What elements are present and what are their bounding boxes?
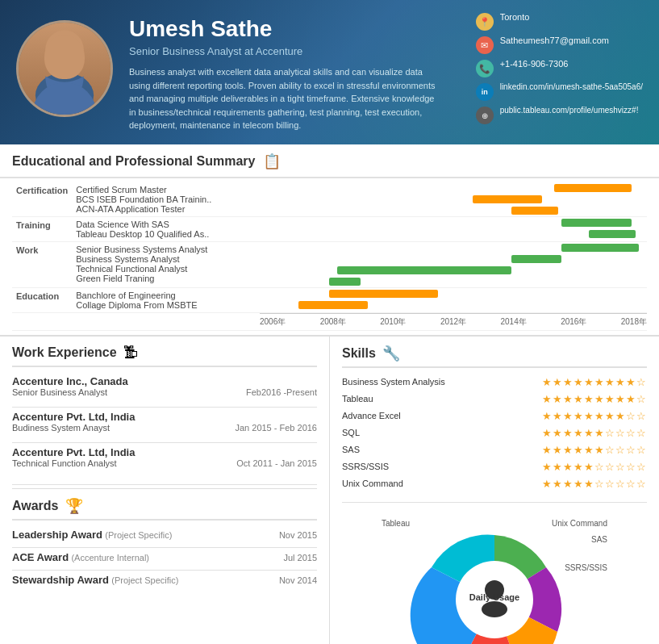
award-entry: Stewardship Award (Project Specific) Nov… — [12, 574, 317, 586]
company-name: Accenture Inc., Canada — [12, 375, 317, 387]
work-experience-section: Work Experience 🗜 Accenture Inc., Canada… — [0, 337, 330, 645]
skill-row: SQL★★★★★★☆☆☆☆ — [342, 427, 647, 439]
person-name: Umesh Sathe — [129, 16, 476, 42]
work-icon: 🗜 — [123, 345, 138, 362]
work-entry: Accenture Pvt. Ltd, India Budiness Syste… — [12, 411, 317, 433]
skill-name: SAS — [342, 445, 455, 454]
bottom-section: Work Experience 🗜 Accenture Inc., Canada… — [0, 336, 659, 645]
edu-items: Banchlore of Engineering Collage Diploma… — [72, 287, 260, 312]
skills-section-header: Skills 🔧 — [342, 345, 647, 368]
training-chart — [260, 216, 647, 241]
skill-name: Business System Analysis — [342, 377, 455, 387]
job-date: Oct 2011 - Jan 2015 — [236, 458, 317, 468]
work-label: Work — [12, 241, 72, 287]
skill-row: SSRS/SSIS★★★★★☆☆☆☆☆ — [342, 461, 647, 473]
job-date: Jan 2015 - Feb 2016 — [235, 423, 317, 433]
skill-name: SQL — [342, 428, 455, 437]
work-entry: Accenture Inc., Canada Senior Business A… — [12, 375, 317, 397]
training-label: Training — [12, 216, 72, 241]
job-date: Feb2016 -Present — [246, 387, 317, 397]
award-sub: (Project Specific) — [111, 575, 178, 585]
awards-section: Awards 🏆 Leadership Award (Project Speci… — [12, 488, 317, 600]
chart-label-tableau: Tableau — [382, 519, 410, 528]
awards-title: Awards — [12, 499, 59, 513]
skill-row: Unix Command★★★★★☆☆☆☆☆ — [342, 478, 647, 490]
timeline-section: Certification Certified Scrum Master BCS… — [0, 178, 659, 336]
skill-name: SSRS/SSIS — [342, 462, 455, 471]
table-row: Work Senior Business Systems Analyst Bus… — [12, 241, 647, 287]
chart-center-label: Daily Usage — [462, 571, 527, 601]
location-icon: 📍 — [476, 13, 494, 31]
cert-chart — [260, 182, 647, 217]
skill-row: SAS★★★★★★☆☆☆☆ — [342, 444, 647, 456]
job-role: Senior Business Analyst — [12, 387, 107, 397]
avatar — [16, 20, 113, 117]
donut-chart-container: Unix Command SAS SSRS/SSIS Tableau SQL A… — [342, 511, 647, 645]
skills-list: Business System Analysis★★★★★★★★★☆Tablea… — [342, 376, 647, 490]
table-row: Education Banchlore of Engineering Colla… — [12, 287, 647, 312]
contact-phone: 📞 +1-416-906-7306 — [476, 59, 643, 77]
year-axis-row: 2006年 2008年 2010年 2012年 2014年 2016年 2018… — [12, 312, 647, 330]
timeline-table: Certification Certified Scrum Master BCS… — [12, 182, 647, 331]
award-date: Nov 2015 — [279, 530, 317, 540]
tableau-icon: ⊕ — [476, 107, 494, 124]
skills-section: Skills 🔧 Business System Analysis★★★★★★★… — [330, 337, 659, 645]
skill-stars: ★★★★★★★★★☆ — [542, 376, 647, 388]
training-items: Data Science With SAS Tableau Desktop 10… — [72, 216, 260, 241]
header: Umesh Sathe Senior Business Analyst at A… — [0, 0, 659, 144]
skill-stars: ★★★★★☆☆☆☆☆ — [542, 461, 647, 473]
company-name: Accenture Pvt. Ltd, India — [12, 446, 317, 458]
cert-items: Certified Scrum Master BCS ISEB Foundati… — [72, 182, 260, 217]
tools-icon: 🔧 — [382, 345, 400, 362]
svg-point-0 — [45, 31, 84, 69]
skill-stars: ★★★★★☆☆☆☆☆ — [542, 478, 647, 490]
skill-row: Business System Analysis★★★★★★★★★☆ — [342, 376, 647, 388]
skill-stars: ★★★★★★★★★☆ — [542, 393, 647, 405]
award-entry: Leadership Award (Project Specific) Nov … — [12, 529, 317, 541]
award-sub: (Project Specific) — [105, 530, 172, 540]
trophy-icon: 🏆 — [65, 497, 83, 515]
header-info: Umesh Sathe Senior Business Analyst at A… — [129, 12, 476, 132]
chart-label-sas: SAS — [591, 535, 607, 544]
awards-header: Awards 🏆 — [12, 497, 317, 521]
award-name: ACE Award — [12, 551, 69, 563]
company-name: Accenture Pvt. Ltd, India — [12, 411, 317, 423]
edu-chart — [260, 287, 647, 312]
phone-icon: 📞 — [476, 60, 494, 77]
skill-stars: ★★★★★★☆☆☆☆ — [542, 444, 647, 456]
person-title: Senior Business Analyst at Accenture — [129, 45, 476, 57]
chart-label-ssrs: SSRS/SSIS — [565, 563, 607, 572]
award-name: Leadership Award — [12, 529, 102, 541]
contact-email: ✉ Satheumesh77@gmail.com — [476, 36, 643, 54]
contact-linkedin: in linkedin.com/in/umesh-sathe-5aa505a6/ — [476, 82, 643, 101]
job-role: Technical Function Analyst — [12, 458, 117, 468]
award-name: Stewardship Award — [12, 574, 109, 586]
person-bio: Business analyst with excellent data ana… — [129, 65, 436, 132]
work-title: Work Experience — [12, 345, 117, 360]
chart-label-unix: Unix Command — [552, 519, 607, 528]
skill-stars: ★★★★★★★★☆☆ — [542, 410, 647, 422]
work-items: Senior Business Systems Analyst Business… — [72, 241, 260, 287]
work-entry: Accenture Pvt. Ltd, India Technical Func… — [12, 446, 317, 468]
award-entry: ACE Award (Accenture Internal) Jul 2015 — [12, 551, 317, 563]
cert-label: Certification — [12, 182, 72, 217]
summary-icon: 📋 — [263, 153, 281, 170]
skill-row: Tableau★★★★★★★★★☆ — [342, 393, 647, 405]
summary-title: Educational and Professional Summary — [12, 154, 255, 169]
svg-point-4 — [482, 601, 507, 617]
award-date: Nov 2014 — [279, 575, 317, 585]
skills-title: Skills — [342, 346, 376, 361]
year-axis: 2006年 2008年 2010年 2012年 2014年 2016年 2018… — [260, 312, 647, 330]
table-row: Training Data Science With SAS Tableau D… — [12, 216, 647, 241]
contact-info: 📍 Toronto ✉ Satheumesh77@gmail.com 📞 +1-… — [476, 12, 643, 124]
contact-tableau: ⊕ public.tableau.com/profile/umeshvizz#! — [476, 106, 643, 124]
award-date: Jul 2015 — [283, 553, 317, 562]
summary-section-header: Educational and Professional Summary 📋 — [0, 144, 659, 178]
job-role: Budiness System Anayst — [12, 423, 110, 433]
svg-point-1 — [35, 73, 94, 117]
skill-name: Advance Excel — [342, 411, 455, 420]
skill-row: Advance Excel★★★★★★★★☆☆ — [342, 410, 647, 422]
table-row: Certification Certified Scrum Master BCS… — [12, 182, 647, 217]
skill-name: Tableau — [342, 394, 455, 404]
work-chart — [260, 241, 647, 287]
